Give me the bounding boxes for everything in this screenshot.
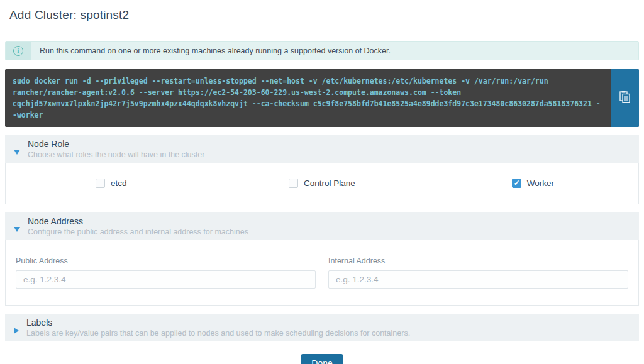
checkbox-etcd-box[interactable]	[96, 179, 105, 188]
internal-address-input[interactable]	[328, 270, 628, 289]
checkbox-worker[interactable]: Worker	[428, 179, 638, 188]
public-address-field: Public Address	[16, 256, 316, 289]
info-banner: i Run this command on one or more existi…	[5, 41, 639, 60]
section-header-node-role[interactable]: Node Role Choose what roles the node wil…	[5, 135, 639, 163]
page-title: Add Cluster: spotinst2	[0, 0, 644, 22]
section-header-labels[interactable]: Labels Labels are key/value pairs that c…	[5, 314, 639, 341]
docker-command-block: sudo docker run -d --privileged --restar…	[5, 69, 639, 127]
title-divider	[0, 30, 644, 30]
labels-subtitle: Labels are key/value pairs that can be a…	[26, 329, 410, 338]
node-role-title: Node Role	[28, 139, 204, 149]
node-address-subtitle: Configure the public address and interna…	[28, 228, 248, 236]
node-address-title: Node Address	[28, 216, 248, 226]
add-cluster-page: Add Cluster: spotinst2 i Run this comman…	[0, 0, 644, 364]
node-address-titles: Node Address Configure the public addres…	[28, 216, 248, 236]
docker-command-text: sudo docker run -d --privileged --restar…	[5, 69, 611, 127]
node-role-subtitle: Choose what roles the node will have in …	[28, 150, 204, 159]
internal-address-label: Internal Address	[328, 256, 628, 265]
node-role-titles: Node Role Choose what roles the node wil…	[28, 139, 204, 159]
labels-title: Labels	[26, 317, 410, 328]
info-icon-cell: i	[6, 42, 31, 60]
checkbox-worker-label: Worker	[527, 179, 554, 188]
checkbox-etcd-label: etcd	[111, 179, 127, 188]
info-icon: i	[13, 46, 23, 56]
done-button[interactable]: Done	[301, 354, 342, 364]
node-address-body: Public Address Internal Address	[5, 240, 639, 306]
copy-command-button[interactable]	[611, 69, 639, 127]
checkbox-control-plane[interactable]: Control Plane	[216, 179, 427, 188]
section-header-node-address[interactable]: Node Address Configure the public addres…	[5, 212, 639, 240]
info-banner-text: Run this command on one or more existing…	[31, 42, 398, 60]
chevron-down-icon	[14, 150, 20, 155]
checkbox-control-plane-label: Control Plane	[304, 179, 355, 188]
node-role-body: etcd Control Plane Worker	[5, 163, 639, 204]
checkbox-control-plane-box[interactable]	[289, 179, 298, 188]
chevron-down-icon	[14, 227, 20, 232]
checkbox-etcd[interactable]: etcd	[6, 179, 216, 188]
public-address-label: Public Address	[16, 256, 316, 265]
chevron-right-icon	[14, 328, 19, 334]
checkbox-worker-box[interactable]	[512, 179, 521, 188]
page-content: i Run this command on one or more existi…	[0, 41, 644, 364]
labels-titles: Labels Labels are key/value pairs that c…	[26, 317, 410, 338]
public-address-input[interactable]	[16, 270, 316, 289]
footer: Done	[5, 354, 639, 364]
internal-address-field: Internal Address	[328, 256, 628, 289]
clipboard-icon	[619, 91, 630, 105]
